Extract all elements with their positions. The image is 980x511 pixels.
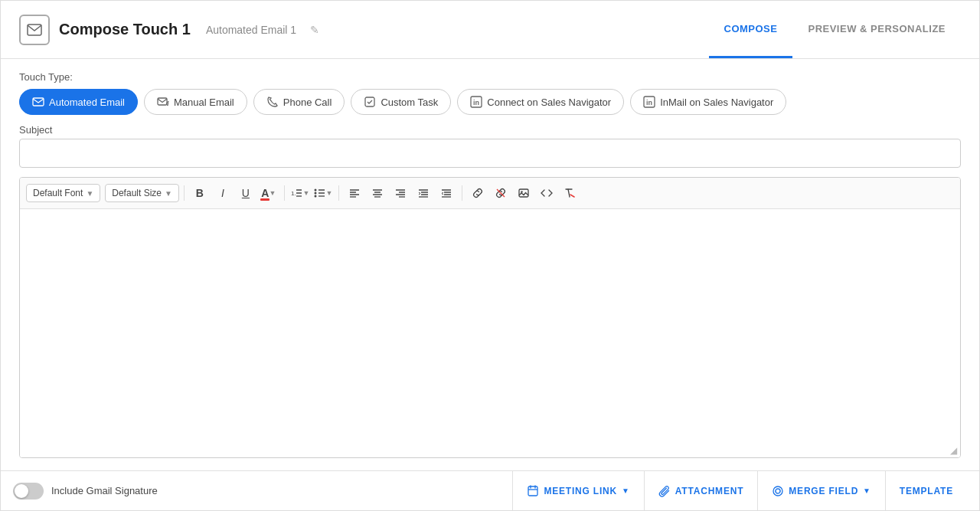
align-left-icon	[348, 187, 361, 199]
toggle-label: Include Gmail Signature	[51, 485, 158, 496]
image-icon	[518, 187, 530, 199]
underline-button[interactable]: U	[235, 182, 256, 204]
align-right-icon	[394, 187, 407, 199]
edit-icon[interactable]: ✎	[310, 24, 319, 36]
code-button[interactable]	[536, 182, 557, 204]
subject-section: Subject	[19, 124, 961, 168]
attachment-icon	[658, 485, 671, 497]
merge-field-chevron: ▼	[863, 486, 871, 495]
linkedin-icon: in	[470, 96, 482, 108]
svg-point-12	[315, 189, 317, 192]
attachment-button[interactable]: ATTACHMENT	[644, 471, 758, 511]
font-family-select[interactable]: Default Font ▼	[26, 184, 100, 202]
align-center-button[interactable]	[367, 182, 388, 204]
editor-toolbar: Default Font ▼ Default Size ▼ B I U A ▼	[20, 178, 960, 209]
unlink-icon	[495, 187, 507, 199]
editor-body[interactable]: ◢	[20, 209, 960, 457]
touch-btn-phone-call[interactable]: Phone Call	[253, 89, 345, 115]
header: Compose Touch 1 Automated Email 1 ✎ COMP…	[1, 1, 979, 59]
template-button[interactable]: TEMPLATE	[885, 471, 967, 511]
svg-point-40	[521, 191, 522, 192]
toolbar-sep-4	[462, 185, 462, 201]
automated-email-icon	[32, 96, 44, 108]
tab-preview-personalize[interactable]: PREVIEW & PERSONALIZE	[792, 1, 961, 58]
footer-right: MEETING LINK ▼ ATTACHMENT MERGE FIELD ▼	[512, 471, 967, 511]
touch-btn-inmail-sales-navigator[interactable]: in InMail on Sales Navigator	[630, 89, 786, 115]
align-left-button[interactable]	[344, 182, 365, 204]
touch-type-row: Automated Email Manual Email P	[19, 89, 961, 115]
svg-rect-0	[28, 25, 41, 35]
task-icon	[364, 96, 376, 108]
resize-handle: ◢	[950, 445, 957, 456]
phone-icon	[266, 96, 279, 108]
toolbar-sep-3	[338, 185, 339, 201]
link-icon	[472, 187, 484, 199]
bold-button[interactable]: B	[189, 182, 211, 204]
svg-text:in: in	[646, 99, 652, 106]
footer-left: Include Gmail Signature	[13, 483, 158, 500]
meeting-link-button[interactable]: MEETING LINK ▼	[512, 471, 643, 511]
touch-btn-custom-task[interactable]: Custom Task	[351, 89, 451, 115]
indent-button[interactable]	[413, 182, 434, 204]
svg-line-42	[568, 189, 570, 197]
svg-text:1.: 1.	[291, 190, 296, 197]
ordered-list-icon: 1.	[290, 187, 302, 199]
svg-text:in: in	[473, 99, 479, 106]
svg-rect-39	[519, 189, 528, 197]
unlink-button[interactable]	[490, 182, 511, 204]
touch-type-section: Touch Type: Automated Email	[19, 71, 961, 115]
manual-email-icon	[157, 96, 169, 108]
clear-format-button[interactable]	[559, 182, 580, 204]
meeting-link-chevron: ▼	[622, 486, 630, 495]
unordered-list-icon	[313, 187, 325, 199]
indent-icon	[417, 187, 430, 199]
merge-icon	[772, 485, 784, 497]
svg-line-43	[570, 195, 574, 197]
compose-touch-icon	[19, 15, 50, 45]
toolbar-sep-1	[184, 185, 185, 201]
calendar-icon	[527, 485, 539, 497]
svg-point-13	[315, 192, 317, 195]
svg-rect-2	[158, 98, 167, 105]
touch-btn-manual-email[interactable]: Manual Email	[144, 89, 247, 115]
touch-btn-automated-email[interactable]: Automated Email	[19, 89, 138, 115]
linkedin-icon2: in	[643, 96, 655, 108]
page-subtitle: Automated Email 1	[206, 24, 296, 36]
header-left: Compose Touch 1 Automated Email 1 ✎	[19, 15, 319, 45]
code-icon	[541, 187, 553, 199]
toolbar-sep-2	[284, 185, 285, 201]
svg-rect-3	[365, 97, 374, 106]
svg-rect-44	[528, 486, 537, 496]
header-tabs: COMPOSE PREVIEW & PERSONALIZE	[709, 1, 962, 58]
font-size-chevron: ▼	[165, 189, 172, 198]
tab-compose[interactable]: COMPOSE	[709, 1, 793, 58]
ordered-list-button[interactable]: 1. ▼	[289, 182, 311, 204]
unordered-list-button[interactable]: ▼	[312, 182, 334, 204]
outdent-button[interactable]	[436, 182, 457, 204]
body: Touch Type: Automated Email	[1, 59, 979, 470]
link-button[interactable]	[467, 182, 488, 204]
align-right-button[interactable]	[390, 182, 411, 204]
outdent-icon	[440, 187, 452, 199]
font-color-button[interactable]: A ▼	[258, 182, 279, 204]
align-center-icon	[371, 187, 384, 199]
gmail-signature-toggle[interactable]	[13, 483, 44, 500]
subject-input[interactable]	[19, 139, 961, 168]
subject-label: Subject	[19, 124, 961, 136]
font-family-chevron: ▼	[86, 189, 93, 198]
footer-bar: Include Gmail Signature MEETING LINK ▼ A	[1, 470, 979, 510]
page-title: Compose Touch 1	[59, 21, 191, 38]
svg-point-48	[773, 486, 782, 496]
editor-wrapper: Default Font ▼ Default Size ▼ B I U A ▼	[19, 177, 961, 458]
svg-point-14	[315, 195, 317, 198]
merge-field-button[interactable]: MERGE FIELD ▼	[757, 471, 885, 511]
font-size-select[interactable]: Default Size ▼	[105, 184, 179, 202]
toggle-thumb	[15, 484, 28, 498]
touch-btn-connect-sales-navigator[interactable]: in Connect on Sales Navigator	[457, 89, 624, 115]
clear-format-icon	[564, 187, 576, 199]
image-button[interactable]	[513, 182, 534, 204]
touch-type-label: Touch Type:	[19, 71, 961, 83]
svg-rect-1	[33, 98, 44, 106]
italic-button[interactable]: I	[212, 182, 234, 204]
